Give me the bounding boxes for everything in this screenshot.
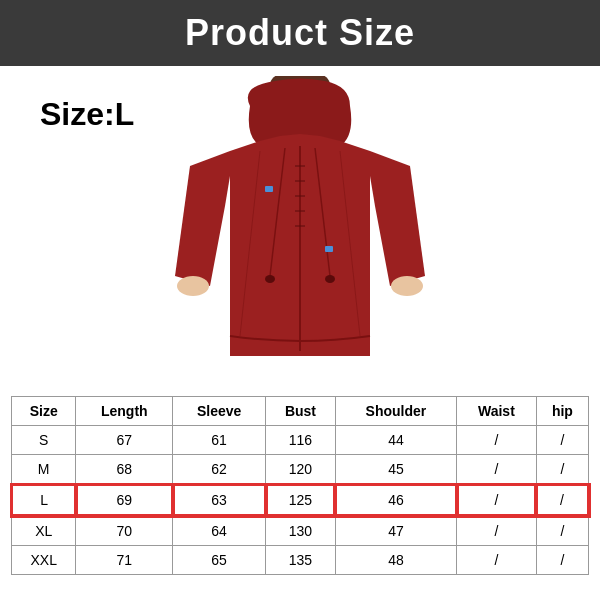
table-cell: /: [536, 426, 588, 455]
table-cell: 68: [76, 455, 173, 485]
col-hip: hip: [536, 397, 588, 426]
svg-point-7: [391, 276, 423, 296]
size-table: Size Length Sleeve Bust Shoulder Waist h…: [10, 396, 590, 575]
table-cell: /: [457, 455, 537, 485]
table-cell: 130: [266, 516, 336, 546]
table-cell: S: [12, 426, 76, 455]
table-cell: XXL: [12, 546, 76, 575]
table-header-row: Size Length Sleeve Bust Shoulder Waist h…: [12, 397, 589, 426]
table-cell: 46: [335, 485, 456, 516]
table-cell: 135: [266, 546, 336, 575]
page-header: Product Size: [0, 0, 600, 66]
table-cell: L: [12, 485, 76, 516]
col-length: Length: [76, 397, 173, 426]
size-label: Size:L: [40, 96, 134, 133]
col-waist: Waist: [457, 397, 537, 426]
svg-point-17: [325, 275, 335, 283]
table-row: XXL716513548//: [12, 546, 589, 575]
table-cell: /: [457, 546, 537, 575]
product-image-section: Size:L: [0, 66, 600, 396]
col-shoulder: Shoulder: [335, 397, 456, 426]
table-cell: 45: [335, 455, 456, 485]
table-cell: 48: [335, 546, 456, 575]
jacket-image: [140, 76, 460, 386]
col-bust: Bust: [266, 397, 336, 426]
table-cell: 62: [173, 455, 266, 485]
table-cell: /: [536, 455, 588, 485]
col-size: Size: [12, 397, 76, 426]
table-cell: M: [12, 455, 76, 485]
table-cell: 120: [266, 455, 336, 485]
table-cell: /: [536, 516, 588, 546]
table-cell: /: [457, 485, 537, 516]
col-sleeve: Sleeve: [173, 397, 266, 426]
svg-rect-19: [325, 246, 333, 252]
svg-rect-18: [265, 186, 273, 192]
table-row: M686212045//: [12, 455, 589, 485]
table-cell: /: [536, 546, 588, 575]
table-cell: 125: [266, 485, 336, 516]
table-cell: /: [536, 485, 588, 516]
table-cell: /: [457, 516, 537, 546]
table-cell: 116: [266, 426, 336, 455]
table-cell: 65: [173, 546, 266, 575]
svg-point-6: [177, 276, 209, 296]
table-row: XL706413047//: [12, 516, 589, 546]
table-cell: /: [457, 426, 537, 455]
table-cell: 69: [76, 485, 173, 516]
size-table-section: Size Length Sleeve Bust Shoulder Waist h…: [0, 396, 600, 575]
table-cell: 63: [173, 485, 266, 516]
table-cell: 70: [76, 516, 173, 546]
table-cell: 67: [76, 426, 173, 455]
page-title: Product Size: [0, 12, 600, 54]
table-cell: 44: [335, 426, 456, 455]
table-cell: 71: [76, 546, 173, 575]
table-cell: XL: [12, 516, 76, 546]
table-cell: 64: [173, 516, 266, 546]
svg-point-16: [265, 275, 275, 283]
table-row: L696312546//: [12, 485, 589, 516]
table-cell: 47: [335, 516, 456, 546]
table-cell: 61: [173, 426, 266, 455]
table-row: S676111644//: [12, 426, 589, 455]
